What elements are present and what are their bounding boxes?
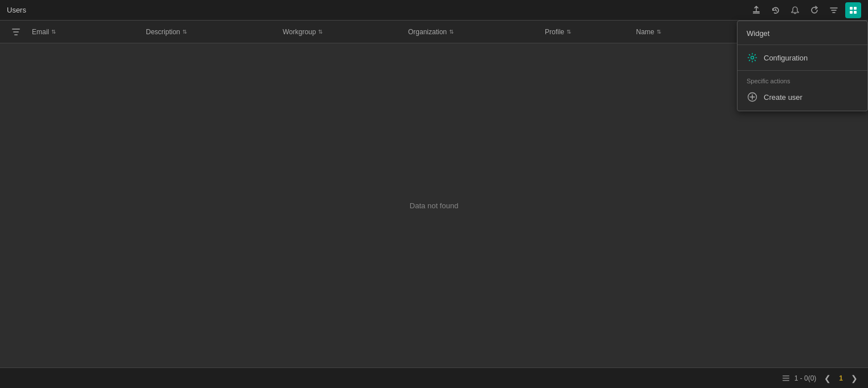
svg-rect-3 [854,7,857,10]
svg-rect-4 [850,11,853,14]
pagination-current-page: 1 [839,374,843,382]
pagination-prev-button[interactable]: ❮ [821,371,834,385]
empty-message: Data not found [410,201,458,210]
description-sort-icon: ⇅ [182,29,187,35]
svg-rect-2 [850,7,853,10]
svg-rect-14 [783,378,789,379]
top-bar: Users [0,0,868,21]
column-email-label: Email [32,28,49,36]
email-sort-icon: ⇅ [51,29,56,35]
svg-rect-12 [14,34,18,35]
pagination-range: 1 - 0(0) [794,374,817,382]
widget-label: Widget [747,29,769,38]
more-icon[interactable] [845,2,861,18]
svg-rect-15 [783,380,789,381]
dropdown-configuration-item[interactable]: Configuration [737,47,867,68]
top-bar-icons [748,2,861,18]
column-profile-label: Profile [545,28,564,36]
column-workgroup[interactable]: Workgroup ⇅ [278,28,404,36]
svg-rect-13 [783,375,789,377]
column-name[interactable]: Name ⇅ [631,28,723,36]
column-organization-label: Organization [408,28,447,36]
svg-rect-0 [753,11,760,13]
name-sort-icon: ⇅ [657,29,661,35]
svg-rect-10 [12,29,20,30]
filter-icon[interactable] [826,2,842,18]
svg-rect-1 [753,13,760,14]
dropdown-divider-1 [737,45,867,45]
column-description-label: Description [146,28,180,36]
workgroup-sort-icon: ⇅ [318,29,323,35]
column-name-label: Name [636,28,654,36]
export-icon[interactable] [748,2,764,18]
create-user-icon [747,91,758,103]
dropdown-widget-item[interactable]: Widget [737,25,867,42]
create-user-label: Create user [764,93,802,102]
column-profile[interactable]: Profile ⇅ [540,28,631,36]
configuration-icon [747,52,758,63]
history-icon[interactable] [768,2,784,18]
column-description[interactable]: Description ⇅ [141,28,278,36]
column-organization[interactable]: Organization ⇅ [404,28,540,36]
column-email[interactable]: Email ⇅ [27,28,141,36]
specific-actions-label: Specific actions [737,73,867,87]
notifications-icon[interactable] [787,2,803,18]
page-title: Users [7,6,26,14]
dropdown-create-user-item[interactable]: Create user [737,87,867,107]
dropdown-menu: Widget Configuration Specific actions Cr… [737,21,868,111]
organization-sort-icon: ⇅ [449,29,454,35]
svg-rect-5 [854,11,857,14]
dropdown-divider-2 [737,70,867,71]
refresh-icon[interactable] [806,2,822,18]
profile-sort-icon: ⇅ [567,29,571,35]
column-workgroup-label: Workgroup [283,28,316,36]
list-icon [782,374,790,382]
pagination-next-button[interactable]: ❯ [847,371,861,385]
bottom-bar: 1 - 0(0) ❮ 1 ❯ [0,367,868,388]
svg-point-6 [751,56,754,59]
configuration-label: Configuration [764,54,808,62]
column-filter[interactable] [5,27,27,37]
svg-rect-11 [13,31,19,33]
